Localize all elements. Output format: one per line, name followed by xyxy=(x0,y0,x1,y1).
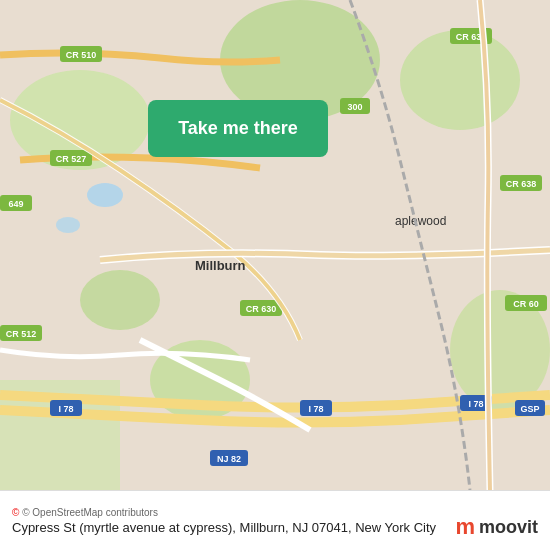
svg-text:CR 512: CR 512 xyxy=(6,329,37,339)
svg-text:CR 638: CR 638 xyxy=(506,179,537,189)
moovit-m-letter: m xyxy=(455,514,475,540)
svg-text:Millburn: Millburn xyxy=(195,258,246,273)
take-me-there-button[interactable]: Take me there xyxy=(148,100,328,157)
attribution-text: © OpenStreetMap contributors xyxy=(22,507,158,518)
svg-text:649: 649 xyxy=(8,199,23,209)
svg-text:CR 630: CR 630 xyxy=(246,304,277,314)
bottom-bar: © © OpenStreetMap contributors Cypress S… xyxy=(0,490,550,550)
svg-text:CR 527: CR 527 xyxy=(56,154,87,164)
svg-point-4 xyxy=(80,270,160,330)
svg-text:GSP: GSP xyxy=(520,404,539,414)
svg-text:NJ 82: NJ 82 xyxy=(217,454,241,464)
map-container: I 78 I 78 I 78 CR 510 CR 527 CR 638 CR 6… xyxy=(0,0,550,490)
svg-text:300: 300 xyxy=(347,102,362,112)
osm-icon: © xyxy=(12,507,19,518)
moovit-text: moovit xyxy=(479,517,538,538)
svg-text:CR 510: CR 510 xyxy=(66,50,97,60)
svg-text:I 78: I 78 xyxy=(58,404,73,414)
button-overlay: Take me there xyxy=(148,100,328,157)
svg-point-8 xyxy=(87,183,123,207)
svg-text:CR 60: CR 60 xyxy=(513,299,539,309)
svg-text:I 78: I 78 xyxy=(308,404,323,414)
svg-text:aplewood: aplewood xyxy=(395,214,446,228)
moovit-logo: m moovit xyxy=(455,514,538,540)
svg-point-9 xyxy=(56,217,80,233)
svg-point-3 xyxy=(400,30,520,130)
svg-text:I 78: I 78 xyxy=(468,399,483,409)
